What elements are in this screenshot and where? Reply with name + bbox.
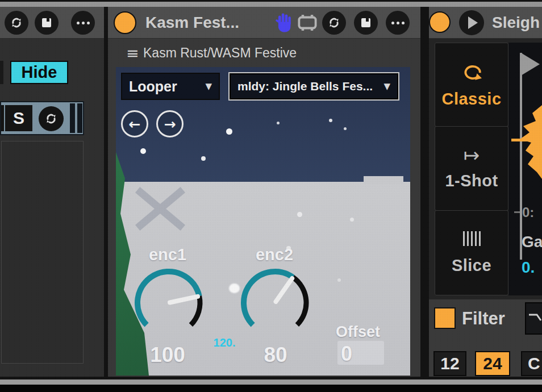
device-chain-view: Hide S Kasm Fest... xyxy=(0,0,542,392)
filter-type-display[interactable] xyxy=(525,302,542,335)
enc2-value: 80 xyxy=(244,343,307,367)
snowflake xyxy=(297,212,302,217)
hand-icon[interactable] xyxy=(275,12,294,33)
slope-24-button[interactable]: 24 xyxy=(475,351,510,376)
mode-slice-label: Slice xyxy=(452,256,491,275)
next-button[interactable]: → xyxy=(156,110,184,137)
right-arrow-icon: → xyxy=(164,116,176,132)
offset-value[interactable]: 0 xyxy=(341,342,384,366)
left-device-titlebar xyxy=(0,7,104,39)
slice-icon xyxy=(462,231,482,248)
time-tick xyxy=(514,211,520,213)
level-meter xyxy=(70,103,75,133)
save-button[interactable] xyxy=(354,11,378,35)
enc1-value: 100 xyxy=(136,343,199,367)
more-button[interactable] xyxy=(386,11,410,35)
filter-section: Filter 12 24 C xyxy=(429,299,542,377)
horizontal-scrollbar[interactable] xyxy=(0,380,542,385)
device-title: Kasm Fest... xyxy=(145,7,239,38)
sample-time: 0: xyxy=(522,205,534,220)
gain-label: Ga xyxy=(522,233,542,251)
looper-dropdown-label: Looper xyxy=(129,78,177,95)
waveform xyxy=(510,105,542,185)
enc2-knob[interactable] xyxy=(239,266,311,339)
melody-dropdown[interactable]: mldy: Jingle Bells Fes... ▼ xyxy=(228,72,399,101)
solo-button[interactable]: S xyxy=(5,105,32,131)
snowflake xyxy=(337,278,341,282)
level-meter xyxy=(77,103,82,133)
empty-device-panel xyxy=(1,141,84,364)
mode-classic-label: Classic xyxy=(441,90,501,109)
track-control-row: S xyxy=(0,101,84,135)
kasm-titlebar: Kasm Fest... xyxy=(108,7,420,39)
chevron-down-icon: ▼ xyxy=(205,81,212,91)
lowpass-curve-icon xyxy=(526,303,542,333)
device-title: Sleigh xyxy=(492,7,542,38)
sample-display: 0: xyxy=(508,43,542,295)
snowflake xyxy=(329,119,332,122)
sample-start-flag[interactable] xyxy=(521,53,540,76)
chevron-down-icon: ▼ xyxy=(383,81,390,91)
snowflake xyxy=(344,127,347,130)
one-shot-icon: ↦ xyxy=(464,147,480,164)
offset-label: Offset xyxy=(332,323,383,341)
filter-toggle[interactable] xyxy=(434,307,456,329)
enc1-knob[interactable] xyxy=(132,266,205,339)
more-button[interactable] xyxy=(71,11,95,35)
refresh-icon xyxy=(327,15,341,30)
loop-icon xyxy=(460,61,483,82)
circuit-button[interactable]: C xyxy=(521,351,542,376)
looper-dropdown[interactable]: Looper ▼ xyxy=(121,73,220,100)
refresh-icon xyxy=(9,15,24,30)
refresh-button[interactable] xyxy=(322,11,346,35)
mode-one-shot-button[interactable]: ↦ 1-Shot xyxy=(435,126,508,211)
patch-name-row[interactable]: ≡ Kasm Rust/WASM Festive xyxy=(108,38,420,67)
mode-classic-button[interactable]: Classic xyxy=(435,43,508,127)
filter-label: Filter xyxy=(462,308,505,329)
clipped-track-button[interactable] xyxy=(1,105,4,131)
device-activator-toggle[interactable] xyxy=(429,11,451,33)
more-icon xyxy=(77,22,80,24)
more-icon xyxy=(391,22,394,24)
refresh-icon xyxy=(44,111,59,126)
save-icon xyxy=(359,16,373,30)
kasm-device: Kasm Fest... xyxy=(108,7,420,377)
bottom-edge xyxy=(0,385,542,392)
left-arrow-icon: ← xyxy=(129,116,141,132)
track-sync-button[interactable] xyxy=(39,106,64,131)
device-activator-toggle[interactable] xyxy=(114,11,136,34)
save-button[interactable] xyxy=(35,11,59,35)
snowflake xyxy=(277,122,280,124)
mode-one-shot-label: 1-Shot xyxy=(445,172,498,190)
hide-button[interactable]: Hide xyxy=(10,61,68,84)
sleigh-titlebar: Sleigh xyxy=(429,7,542,39)
mode-slice-button[interactable]: Slice xyxy=(435,210,508,295)
snow-ground xyxy=(364,176,403,184)
snowflake xyxy=(201,156,206,161)
gain-value[interactable]: 0. xyxy=(522,258,535,277)
left-device: Hide S xyxy=(0,7,104,377)
save-icon xyxy=(40,16,53,30)
snowflake xyxy=(226,128,232,135)
enc1-label: enc1 xyxy=(136,245,199,264)
chain-top-strip xyxy=(0,2,542,7)
refresh-button[interactable] xyxy=(5,11,28,35)
prev-button[interactable]: ← xyxy=(121,110,148,137)
tempo-readout: 120. xyxy=(205,336,244,349)
snowflake xyxy=(350,218,354,222)
slope-12-button[interactable]: 12 xyxy=(433,351,466,376)
sleigh-device: Sleigh Classic ↦ 1-Shot Slice xyxy=(429,7,542,377)
preview-play-button[interactable] xyxy=(459,10,484,35)
hamburger-icon[interactable]: ≡ xyxy=(126,44,139,62)
patch-name: Kasm Rust/WASM Festive xyxy=(143,45,297,61)
device-window-icon[interactable] xyxy=(297,15,318,31)
play-icon xyxy=(468,16,478,29)
melody-dropdown-label: mldy: Jingle Bells Fes... xyxy=(237,80,373,93)
enc2-label: enc2 xyxy=(243,245,306,264)
snowflake xyxy=(140,148,146,154)
x-mark xyxy=(133,182,187,235)
clipped-left-button[interactable] xyxy=(0,61,3,84)
